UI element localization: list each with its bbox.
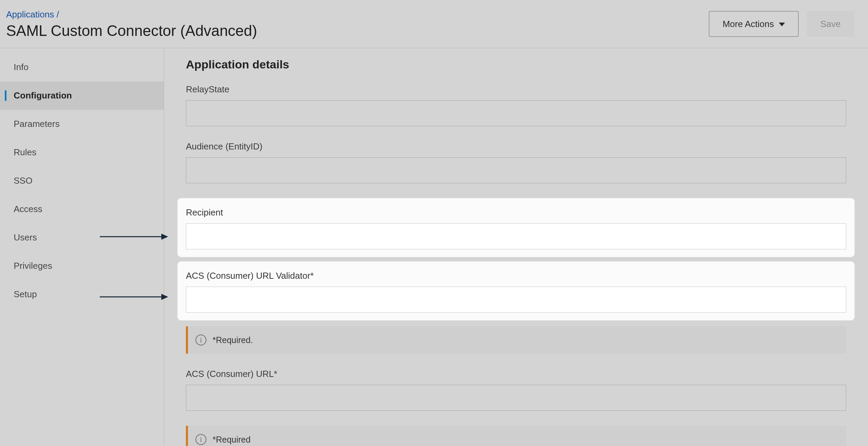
sidebar-item-label: Privileges [14,261,52,271]
recipient-input[interactable] [186,223,846,249]
sidebar-item-label: Info [14,62,28,72]
acs-validator-label: ACS (Consumer) URL Validator* [186,271,846,281]
relay-state-label: RelayState [186,84,846,95]
highlight-acs-validator: ACS (Consumer) URL Validator* [178,262,854,320]
field-recipient: Recipient [186,207,846,249]
field-acs-url: ACS (Consumer) URL* [186,369,846,411]
header-actions: More Actions Save [709,11,854,37]
breadcrumb-separator: / [56,9,59,19]
sidebar-item-access[interactable]: Access [0,195,164,223]
info-icon: i [195,334,206,345]
sidebar-item-label: SSO [14,175,32,186]
required-note-2: i *Required [186,426,846,446]
page-root: Applications / SAML Custom Connector (Ad… [0,0,868,446]
field-acs-validator: ACS (Consumer) URL Validator* [186,271,846,313]
sidebar-item-label: Rules [14,147,36,157]
page-body: Info Configuration Parameters Rules SSO … [0,48,868,446]
page-title: SAML Custom Connector (Advanced) [6,23,257,39]
sidebar-item-label: Setup [14,289,37,299]
field-relay-state: RelayState [186,84,846,126]
sidebar-item-privileges[interactable]: Privileges [0,252,164,280]
acs-url-label: ACS (Consumer) URL* [186,369,846,379]
sidebar-item-sso[interactable]: SSO [0,167,164,195]
sidebar-item-label: Configuration [14,90,72,101]
required-note-text: *Required [213,435,250,445]
sidebar: Info Configuration Parameters Rules SSO … [0,48,164,446]
recipient-label: Recipient [186,207,846,218]
content-area: Application details RelayState Audience … [164,48,868,446]
more-actions-button[interactable]: More Actions [709,11,798,37]
more-actions-label: More Actions [722,19,774,29]
sidebar-item-label: Parameters [14,119,59,129]
sidebar-item-label: Access [14,204,42,214]
save-button[interactable]: Save [807,11,854,37]
required-note-1: i *Required. [186,326,846,354]
sidebar-item-users[interactable]: Users [0,223,164,252]
field-audience: Audience (EntityID) [186,141,846,183]
relay-state-input[interactable] [186,100,846,126]
header-left: Applications / SAML Custom Connector (Ad… [6,10,257,39]
sidebar-item-info[interactable]: Info [0,53,164,81]
breadcrumb-applications-link[interactable]: Applications [6,9,54,19]
required-note-text: *Required. [213,335,253,345]
sidebar-item-configuration[interactable]: Configuration [0,81,164,110]
acs-validator-input[interactable] [186,287,846,313]
sidebar-item-parameters[interactable]: Parameters [0,110,164,138]
save-label: Save [820,19,841,29]
info-icon: i [195,434,206,445]
breadcrumb: Applications / [6,10,257,19]
sidebar-item-setup[interactable]: Setup [0,280,164,309]
acs-url-input[interactable] [186,385,846,411]
audience-input[interactable] [186,157,846,183]
highlight-recipient: Recipient [178,198,854,257]
section-title: Application details [186,58,846,71]
caret-down-icon [779,23,785,26]
page-header: Applications / SAML Custom Connector (Ad… [0,0,868,48]
sidebar-item-rules[interactable]: Rules [0,138,164,167]
audience-label: Audience (EntityID) [186,141,846,152]
sidebar-item-label: Users [14,232,37,242]
